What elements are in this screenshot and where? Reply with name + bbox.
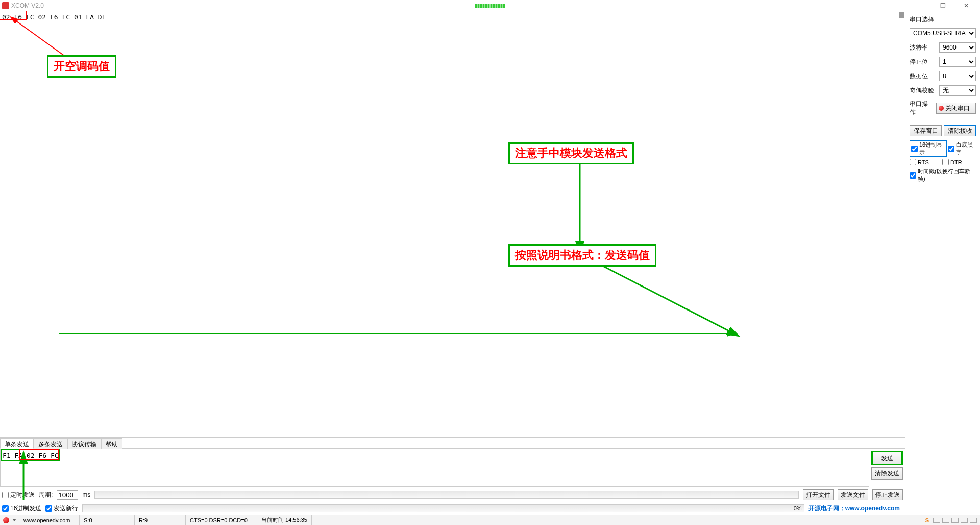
app-title: XCOM V2.0 bbox=[11, 2, 44, 9]
activity-indicator bbox=[475, 4, 505, 8]
scrollbar-thumb[interactable] bbox=[899, 12, 904, 18]
minimize-button[interactable]: — bbox=[908, 0, 931, 11]
status-chip-2 bbox=[942, 518, 949, 523]
highlight-send-code bbox=[19, 449, 59, 460]
status-icon bbox=[3, 517, 9, 523]
annotation-manual-format: 按照说明书格式：发送码值 bbox=[508, 244, 656, 267]
send-button[interactable]: 发送 bbox=[871, 451, 903, 465]
clear-receive-button[interactable]: 清除接收 bbox=[944, 125, 976, 136]
receive-textarea[interactable]: 02 F6 FC 02 F6 FC 01 FA DE 开空调码值 注意手中模块发… bbox=[0, 11, 905, 437]
settings-panel: 串口选择 COM5:USB-SERIAL 波特率 9600 停止位 1 数据位 … bbox=[905, 11, 980, 515]
period-input[interactable] bbox=[57, 490, 78, 500]
status-sent-count: S:0 bbox=[80, 515, 135, 525]
highlight-received-code bbox=[0, 11, 27, 20]
white-bg-checkbox[interactable]: 白底黑字 bbox=[948, 140, 976, 157]
stop-bits-select[interactable]: 1 bbox=[939, 57, 976, 67]
port-status-icon bbox=[939, 106, 944, 111]
status-chip-4 bbox=[961, 518, 968, 523]
maximize-button[interactable]: ❐ bbox=[931, 0, 954, 11]
tab-protocol[interactable]: 协议传输 bbox=[67, 438, 101, 449]
hex-send-checkbox[interactable]: 16进制发送 bbox=[2, 504, 41, 513]
file-path-display bbox=[94, 491, 799, 499]
hex-display-checkbox[interactable]: 16进制显示 bbox=[910, 140, 947, 157]
open-file-button[interactable]: 打开文件 bbox=[803, 489, 834, 500]
tab-help[interactable]: 帮助 bbox=[101, 438, 122, 449]
clear-send-button[interactable]: 清除发送 bbox=[871, 467, 903, 480]
send-progress-bar: 0% bbox=[82, 504, 804, 512]
stop-bits-label: 停止位 bbox=[910, 58, 928, 66]
send-newline-checkbox[interactable]: 发送新行 bbox=[45, 504, 78, 513]
send-tabs: 单条发送 多条发送 协议传输 帮助 bbox=[0, 438, 905, 449]
status-bar: www.openedv.com S:0 R:9 CTS=0 DSR=0 DCD=… bbox=[0, 515, 980, 525]
parity-select[interactable]: 无 bbox=[939, 85, 976, 96]
promo-link[interactable]: 开源电子网：www.openedv.com bbox=[808, 504, 903, 513]
timed-send-checkbox[interactable]: 定时发送 bbox=[2, 491, 35, 499]
status-chip-3 bbox=[951, 518, 959, 523]
port-select-label: 串口选择 bbox=[910, 15, 976, 24]
rts-checkbox[interactable]: RTS bbox=[910, 159, 941, 165]
tab-single-send[interactable]: 单条发送 bbox=[0, 438, 34, 449]
status-chip-5 bbox=[970, 518, 977, 523]
status-chip-1 bbox=[933, 518, 940, 523]
progress-percent: 0% bbox=[794, 505, 802, 511]
send-file-button[interactable]: 发送文件 bbox=[838, 489, 868, 500]
parity-label: 奇偶校验 bbox=[910, 86, 934, 95]
baud-label: 波特率 bbox=[910, 43, 928, 52]
status-recv-count: R:9 bbox=[135, 515, 186, 525]
period-label: 周期: bbox=[39, 491, 53, 499]
dtr-checkbox[interactable]: DTR bbox=[942, 159, 962, 165]
svg-line-0 bbox=[15, 20, 66, 57]
save-window-button[interactable]: 保存窗口 bbox=[910, 125, 942, 136]
port-select[interactable]: COM5:USB-SERIAL bbox=[910, 28, 976, 38]
annotation-send-format: 注意手中模块发送格式 bbox=[508, 142, 634, 164]
stop-send-button[interactable]: 停止发送 bbox=[872, 489, 903, 500]
title-bar: XCOM V2.0 — ❐ ✕ bbox=[0, 0, 980, 11]
close-window-button[interactable]: ✕ bbox=[954, 0, 978, 11]
period-unit: ms bbox=[82, 491, 90, 498]
timestamp-checkbox[interactable]: 时间戳(以换行回车断帧) bbox=[910, 168, 976, 183]
baud-select[interactable]: 9600 bbox=[939, 42, 976, 53]
status-signals: CTS=0 DSR=0 DCD=0 bbox=[186, 515, 257, 525]
data-bits-label: 数据位 bbox=[910, 72, 928, 81]
send-input[interactable] bbox=[0, 449, 869, 487]
status-badge-icon: S bbox=[925, 517, 929, 523]
close-port-button[interactable]: 关闭串口 bbox=[936, 103, 976, 114]
tab-multi-send[interactable]: 多条发送 bbox=[34, 438, 67, 449]
data-bits-select[interactable]: 8 bbox=[939, 71, 976, 81]
status-time: 当前时间 14:56:35 bbox=[257, 515, 312, 525]
status-url[interactable]: www.openedv.com bbox=[19, 515, 80, 525]
app-icon bbox=[2, 2, 9, 9]
port-op-label: 串口操作 bbox=[910, 100, 933, 117]
status-dropdown-icon[interactable] bbox=[12, 519, 16, 521]
annotation-code-value: 开空调码值 bbox=[47, 55, 116, 78]
